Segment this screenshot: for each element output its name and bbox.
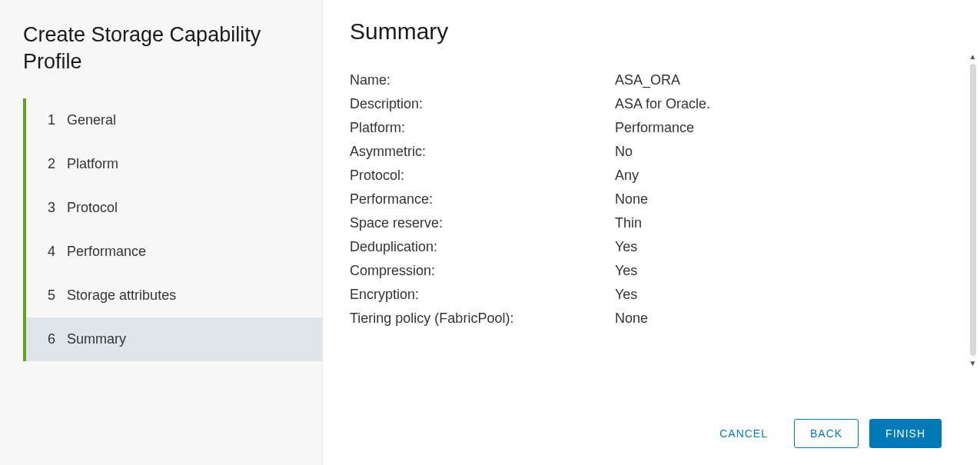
summary-value: Any xyxy=(615,168,942,184)
step-protocol[interactable]: 3 Protocol xyxy=(26,186,322,230)
summary-row-encryption: Encryption: Yes xyxy=(350,287,942,303)
summary-content: Name: ASA_ORA Description: ASA for Oracl… xyxy=(350,72,965,405)
step-num: 6 xyxy=(48,331,55,347)
step-platform[interactable]: 2 Platform xyxy=(26,142,322,186)
summary-row-deduplication: Deduplication: Yes xyxy=(350,239,942,255)
summary-row-platform: Platform: Performance xyxy=(350,120,942,136)
summary-value: ASA for Oracle. xyxy=(615,96,942,112)
scroll-up-icon[interactable]: ▲ xyxy=(969,52,977,61)
step-num: 3 xyxy=(48,200,55,215)
wizard-title: Create Storage Capability Profile xyxy=(23,22,322,75)
summary-label: Description: xyxy=(350,96,615,112)
step-performance[interactable]: 4 Performance xyxy=(26,230,322,274)
finish-button[interactable]: FINISH xyxy=(869,419,942,448)
summary-label: Encryption: xyxy=(350,287,615,303)
main-panel: Summary Name: ASA_ORA Description: ASA f… xyxy=(323,0,980,465)
summary-label: Platform: xyxy=(350,120,615,136)
summary-label: Name: xyxy=(350,72,615,88)
page-title: Summary xyxy=(350,18,965,45)
summary-value: No xyxy=(615,144,942,160)
scrollbar[interactable]: ▲ ▼ xyxy=(967,52,978,367)
summary-value: ASA_ORA xyxy=(615,72,942,88)
wizard-sidebar: Create Storage Capability Profile 1 Gene… xyxy=(0,0,323,465)
step-num: 2 xyxy=(48,156,55,171)
summary-value: Yes xyxy=(615,287,942,303)
step-num: 4 xyxy=(48,244,55,259)
step-label: Summary xyxy=(67,331,126,347)
cancel-button[interactable]: CANCEL xyxy=(704,420,783,447)
summary-label: Tiering policy (FabricPool): xyxy=(350,311,615,327)
summary-label: Compression: xyxy=(350,263,615,279)
summary-value: Performance xyxy=(615,120,942,136)
scroll-track[interactable] xyxy=(970,64,976,356)
summary-row-asymmetric: Asymmetric: No xyxy=(350,144,942,160)
step-num: 5 xyxy=(48,287,55,303)
summary-value: Yes xyxy=(615,263,942,279)
back-button[interactable]: BACK xyxy=(794,419,859,448)
step-label: Performance xyxy=(67,244,146,259)
step-summary[interactable]: 6 Summary xyxy=(26,317,322,361)
step-label: General xyxy=(67,112,116,128)
summary-row-performance: Performance: None xyxy=(350,191,942,208)
step-label: Storage attributes xyxy=(67,287,176,303)
summary-row-name: Name: ASA_ORA xyxy=(350,72,942,88)
summary-value: Yes xyxy=(615,239,942,255)
step-general[interactable]: 1 General xyxy=(26,98,322,142)
step-label: Protocol xyxy=(67,200,118,215)
summary-label: Asymmetric: xyxy=(350,144,615,160)
summary-row-description: Description: ASA for Oracle. xyxy=(350,96,942,112)
summary-value: None xyxy=(615,191,942,208)
scroll-down-icon[interactable]: ▼ xyxy=(969,359,977,367)
summary-row-compression: Compression: Yes xyxy=(350,263,942,279)
summary-label: Performance: xyxy=(350,191,615,208)
summary-label: Deduplication: xyxy=(350,239,615,255)
step-label: Platform xyxy=(67,156,118,171)
wizard-steps: 1 General 2 Platform 3 Protocol 4 Perfor… xyxy=(23,98,322,361)
summary-row-tiering-policy: Tiering policy (FabricPool): None xyxy=(350,311,942,327)
summary-row-protocol: Protocol: Any xyxy=(350,168,942,184)
summary-value: Thin xyxy=(615,215,942,231)
summary-label: Protocol: xyxy=(350,168,615,184)
step-storage-attributes[interactable]: 5 Storage attributes xyxy=(26,274,322,317)
summary-value: None xyxy=(615,311,942,327)
wizard-footer: CANCEL BACK FINISH xyxy=(350,405,965,465)
summary-row-space-reserve: Space reserve: Thin xyxy=(350,215,942,231)
step-num: 1 xyxy=(48,112,55,128)
summary-label: Space reserve: xyxy=(350,215,615,231)
